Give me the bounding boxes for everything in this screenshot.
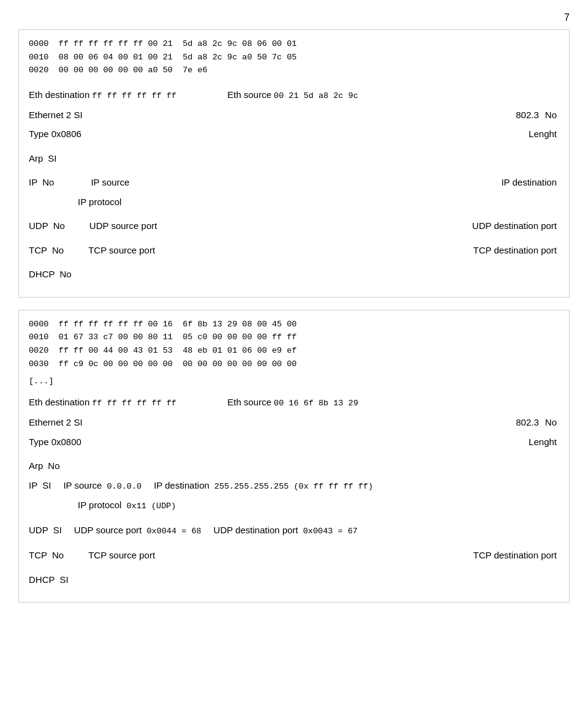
ip-protocol-row-2: IP protocol 0x11 (UDP) [78,497,559,514]
eth-dest-value-2: ff ff ff ff ff ff [92,397,176,411]
ip-row-2: IP SI IP source 0.0.0.0 IP destination 2… [29,478,559,494]
arp-ip-row-2: Arp No [29,458,559,474]
ip-protocol-label-1: IP protocol [78,194,121,210]
dhcp-label-1: DHCP [29,266,55,282]
tcp-value-1: No [52,242,64,258]
udp-label-1: UDP [29,218,48,234]
eth-row-1: Eth destination ff ff ff ff ff ff Eth so… [29,87,559,103]
dhcp-row-1: DHCP No [29,266,559,282]
hex-line-2: 0010 08 00 06 04 00 01 00 21 5d a8 2c 9c… [29,51,559,64]
type-row-1: Type 0x0806 Lenght [29,126,559,142]
dhcp-row-2: DHCP SI [29,572,559,588]
udp-value-2: SI [53,522,62,538]
eth-dest-label-2: Eth destination [29,394,89,410]
ethernet-label-1: Ethernet 2 SI [29,107,83,123]
tcp-src-port-label-2: TCP source port [88,547,155,563]
packet2-info: Eth destination ff ff ff ff ff ff Eth so… [29,391,559,595]
udp-dst-port-value-2: 0x0043 = 67 [303,525,358,539]
eth-src-value-1: 00 21 5d a8 2c 9c [274,89,358,103]
type-row-2: Type 0x0800 Lenght [29,434,559,450]
tcp-value-2: No [52,547,64,563]
hex2-line-1: 0000 ff ff ff ff ff ff 00 16 6f 8b 13 29… [29,318,559,331]
tcp-dst-port-label-1: TCP destination port [473,242,557,258]
dhcp-label-2: DHCP [29,572,55,588]
ip-source-value-2: 0.0.0.0 [107,480,141,494]
hex2-line-2: 0010 01 67 33 c7 00 00 80 11 05 c0 00 00… [29,331,559,344]
ethernet-label-2: Ethernet 2 SI [29,415,83,430]
eth-src-value-2: 00 16 6f 8b 13 29 [274,397,358,411]
udp-row-2: UDP SI UDP source port 0x0044 = 68 UDP d… [29,522,559,539]
udp-src-port-label-1: UDP source port [89,218,157,234]
tcp-label-1: TCP [29,242,47,258]
tcp-label-2: TCP [29,547,47,563]
ellipsis: [...] [29,377,559,386]
packet1-block: 0000 ff ff ff ff ff ff 00 21 5d a8 2c 9c… [18,29,570,298]
arp-value-2: No [48,458,59,474]
eth-row-2: Eth destination ff ff ff ff ff ff Eth so… [29,394,559,411]
type-label-1: Type 0x0806 [29,126,81,142]
hex2-line-3: 0020 ff ff 00 44 00 43 01 53 48 eb 01 01… [29,344,559,358]
ip-label-2: IP [29,478,37,494]
eth-dest-value-1: ff ff ff ff ff ff [92,89,176,103]
dot3-value-2: No [545,415,557,430]
packet1-hex: 0000 ff ff ff ff ff ff 00 21 5d a8 2c 9c… [29,37,559,77]
page-number: 7 [18,12,570,23]
ip-protocol-label-2: IP protocol [78,497,121,513]
ip-protocol-value-2: 0x11 (UDP) [126,500,176,514]
udp-src-port-label-2: UDP source port [74,522,142,538]
hex2-line-4: 0030 ff c9 0c 00 00 00 00 00 00 00 00 00… [29,358,559,371]
packet2-hex: 0000 ff ff ff ff ff ff 00 16 6f 8b 13 29… [29,318,559,370]
eth-dest-label-1: Eth destination [29,87,89,103]
arp-value-1: SI [48,151,56,167]
ip-value-1: No [42,175,54,190]
udp-value-1: No [53,218,65,234]
ip-source-label-1: IP source [91,175,129,190]
ip-label-1: IP [29,175,37,190]
packet1-info: Eth destination ff ff ff ff ff ff Eth so… [29,83,559,290]
dhcp-value-2: SI [60,572,69,588]
udp-label-2: UDP [29,522,48,538]
tcp-row-2: TCP No TCP source port TCP destination p… [29,547,559,563]
arp-row-1: Arp SI [29,151,559,167]
ip-protocol-row-1: IP protocol [78,194,559,210]
lenght-label-2: Lenght [529,434,557,450]
type-label-2: Type 0x0800 [29,434,81,450]
udp-src-port-value-2: 0x0044 = 68 [146,525,201,539]
ip-dest-label-2: IP destination [154,478,209,494]
packet2-block: 0000 ff ff ff ff ff ff 00 16 6f 8b 13 29… [18,310,570,603]
dot3-label-1: 802.3 [516,107,539,123]
tcp-dst-port-label-2: TCP destination port [473,547,557,563]
dot3-label-2: 802.3 [516,415,539,430]
eth-src-label-1: Eth source [227,87,271,103]
ip-source-label-2: IP source [63,478,102,494]
dhcp-value-1: No [60,266,72,282]
tcp-row-1: TCP No TCP source port TCP destination p… [29,242,559,258]
tcp-src-port-label-1: TCP source port [88,242,155,258]
eth-src-label-2: Eth source [227,394,271,410]
ip-dest-label-1: IP destination [501,175,557,190]
ethernet-row-1: Ethernet 2 SI 802.3 No [29,107,559,123]
ip-row-1: IP No IP source IP destination [29,175,559,190]
ethernet-row-2: Ethernet 2 SI 802.3 No [29,415,559,430]
ip-dest-value-2: 255.255.255.255 (0x ff ff ff ff) [214,480,373,494]
dot3-value-1: No [545,107,557,123]
lenght-label-1: Lenght [529,126,557,142]
hex-line-1: 0000 ff ff ff ff ff ff 00 21 5d a8 2c 9c… [29,37,559,51]
hex-line-3: 0020 00 00 00 00 00 00 a0 50 7e e6 [29,64,559,77]
arp-label-2: Arp [29,458,43,474]
arp-label-1: Arp [29,151,43,167]
udp-row-1: UDP No UDP source port UDP destination p… [29,218,559,234]
ip-value-2: SI [42,478,51,494]
udp-dst-port-label-2: UDP destination port [214,522,298,538]
udp-dst-port-label-1: UDP destination port [472,218,557,234]
